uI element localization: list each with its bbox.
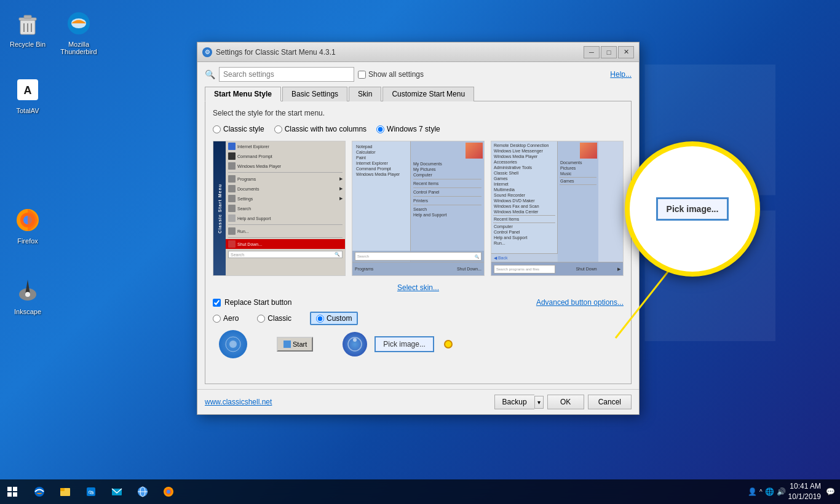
search-icon: 🔍 [205, 69, 215, 79]
radio-windows7[interactable] [376, 125, 384, 133]
search-input[interactable] [219, 67, 354, 82]
tab-panel-start-menu-style: Select the style for the start menu. Cla… [205, 101, 632, 384]
inkscape-icon [13, 276, 42, 305]
section-title: Select the style for the start menu. [213, 109, 624, 117]
desktop: Recycle Bin Mozilla Thunderbird A TotalA… [0, 0, 840, 504]
preview-two-column: Notepad Calculator Paint Internet Explor… [352, 141, 485, 276]
backup-button[interactable]: Backup [494, 395, 534, 409]
replace-start-row: Replace Start button Advanced button opt… [213, 298, 624, 307]
style-option-classic[interactable]: Classic style [213, 125, 264, 133]
notification-area: 👤 ^ 🌐 🔊 10:41 AM 10/1/2019 💬 [743, 481, 840, 502]
style-classic-label: Classic style [223, 125, 264, 133]
custom-button-preview [343, 332, 367, 356]
totalav-icon: A [13, 75, 42, 104]
menu-previews: Classic Start Menu Internet Explorer Com… [213, 141, 624, 276]
website-link[interactable]: www.classicshell.net [205, 398, 272, 406]
taskbar-explorer-icon[interactable] [53, 480, 77, 503]
button-previews-row: Start Pick image... [213, 330, 624, 358]
custom-label: Custom [327, 314, 352, 323]
taskbar-volume-icon[interactable]: 🔊 [777, 487, 786, 496]
radio-classic[interactable] [213, 125, 221, 133]
taskbar-notifications-icon[interactable]: 💬 [826, 487, 835, 496]
svg-text:🛍: 🛍 [89, 489, 94, 495]
aero-button-preview [219, 330, 247, 358]
svg-rect-23 [7, 492, 12, 497]
radio-classic-two-col[interactable] [274, 125, 282, 133]
help-link[interactable]: Help... [610, 70, 632, 79]
dialog-title-left: ⚙ Settings for Classic Start Menu 4.3.1 [202, 47, 336, 57]
taskbar-people-icon[interactable]: 👤 [748, 487, 757, 496]
radio-classic-input[interactable] [257, 315, 265, 323]
replace-start-text: Replace Start button [224, 298, 291, 307]
tab-skin[interactable]: Skin [349, 87, 381, 101]
thunderbird-label: Mozilla Thunderbird [57, 41, 101, 55]
taskbar-chevron-icon[interactable]: ^ [759, 489, 763, 495]
dialog-title-text: Settings for Classic Start Menu 4.3.1 [216, 48, 336, 57]
classic-start-text: Start [293, 341, 307, 348]
radio-aero[interactable]: Aero [213, 314, 239, 323]
select-skin-link[interactable]: Select skin... [213, 283, 624, 292]
taskbar-date-text: 10/1/2019 [788, 492, 821, 502]
desktop-icon-inkscape[interactable]: Inkscape [3, 274, 52, 318]
magnifier-circle: Pick image... [625, 141, 760, 277]
svg-rect-2 [24, 15, 31, 18]
show-all-checkbox[interactable] [358, 71, 366, 79]
replace-start-checkbox[interactable] [213, 299, 221, 307]
firefox-label: Firefox [6, 237, 50, 245]
button-options-row: Aero Classic Custom [213, 312, 624, 325]
style-win7-label: Windows 7 style [387, 125, 440, 133]
taskbar-network-icon[interactable]: 🌐 [765, 487, 774, 496]
thunderbird-icon [64, 9, 93, 38]
radio-classic[interactable]: Classic [257, 314, 291, 323]
minimize-button[interactable]: ─ [584, 46, 600, 58]
desktop-icon-recycle-bin[interactable]: Recycle Bin [3, 6, 52, 50]
recycle-bin-label: Recycle Bin [6, 41, 50, 48]
show-all-label: Show all settings [358, 70, 424, 79]
bottom-buttons: Backup ▾ OK Cancel [494, 395, 632, 409]
settings-dialog: ⚙ Settings for Classic Start Menu 4.3.1 … [197, 42, 640, 415]
svg-text:A: A [24, 84, 32, 96]
svg-rect-24 [13, 492, 17, 497]
dialog-titlebar: ⚙ Settings for Classic Start Menu 4.3.1 … [197, 42, 639, 62]
yellow-dot-indicator [444, 340, 453, 348]
taskbar-mail-icon[interactable] [105, 480, 129, 503]
taskbar-clock: 10:41 AM 10/1/2019 [788, 481, 821, 502]
taskbar-edge-icon[interactable] [27, 480, 52, 503]
desktop-icon-firefox[interactable]: Firefox [3, 203, 52, 247]
radio-custom-input[interactable] [316, 315, 324, 323]
tab-basic-settings[interactable]: Basic Settings [282, 87, 347, 101]
search-left: 🔍 Show all settings [205, 67, 424, 82]
cancel-button[interactable]: Cancel [588, 395, 632, 409]
svg-rect-22 [13, 487, 17, 491]
pick-image-button[interactable]: Pick image... [374, 336, 434, 352]
radio-custom[interactable]: Custom [310, 312, 358, 325]
tab-customize-start-menu[interactable]: Customize Start Menu [382, 87, 474, 101]
ok-button[interactable]: OK [547, 395, 584, 409]
search-row: 🔍 Show all settings Help... [205, 67, 632, 82]
firefox-icon [13, 205, 42, 235]
backup-dropdown-button[interactable]: ▾ [534, 396, 544, 409]
tab-start-menu-style[interactable]: Start Menu Style [205, 87, 281, 101]
start-button[interactable] [0, 479, 25, 504]
svg-point-36 [167, 490, 170, 494]
replace-start-label[interactable]: Replace Start button [213, 298, 291, 307]
taskbar-internet-icon[interactable] [130, 480, 155, 503]
style-option-windows7[interactable]: Windows 7 style [376, 125, 440, 133]
style-option-classic-two-col[interactable]: Classic with two columns [274, 125, 367, 133]
desktop-icon-totalav[interactable]: A TotalAV [3, 73, 52, 117]
close-button[interactable]: ✕ [618, 46, 634, 58]
classic-menu-title: Classic Start Menu [218, 184, 222, 234]
classic-btn-label: Classic [267, 314, 291, 323]
desktop-icon-thunderbird[interactable]: Mozilla Thunderbird [54, 6, 103, 58]
magnifier-text: Pick image... [656, 197, 729, 221]
taskbar-pinned-items: 🛍 [27, 480, 743, 503]
svg-point-14 [25, 292, 30, 297]
taskbar-store-icon[interactable]: 🛍 [79, 480, 103, 503]
maximize-button[interactable]: □ [601, 46, 617, 58]
radio-aero-input[interactable] [213, 315, 221, 323]
svg-rect-27 [60, 488, 65, 491]
taskbar-firefox-icon[interactable] [156, 480, 181, 503]
svg-point-16 [229, 341, 237, 348]
taskbar-time-text: 10:41 AM [788, 481, 821, 492]
svg-point-19 [353, 338, 357, 342]
